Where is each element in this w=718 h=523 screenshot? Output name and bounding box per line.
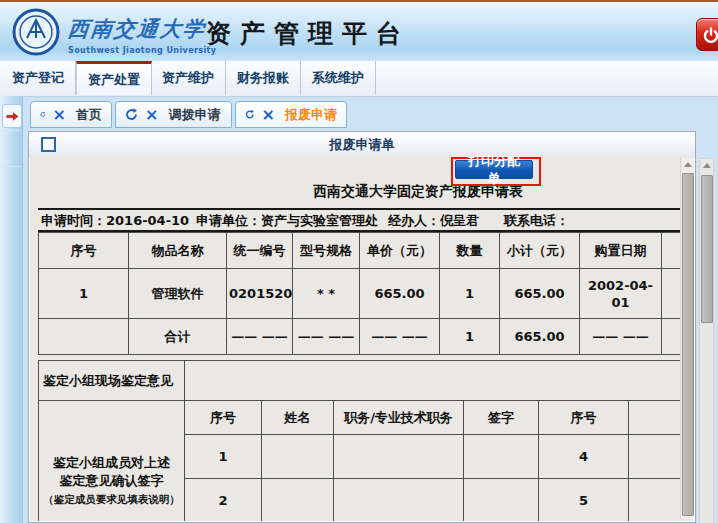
logout-power-button[interactable] xyxy=(696,18,718,51)
outer-vertical-scrollbar[interactable] xyxy=(699,158,714,523)
appraisal-table: 鉴定小组现场鉴定意见 鉴定小组成员对上述 鉴定意见确认签字 （鉴定成员要求见填表… xyxy=(38,360,694,521)
tab-scrap-request[interactable]: 报废申请 xyxy=(235,101,347,128)
sign-confirm-label: 鉴定小组成员对上述 鉴定意见确认签字 （鉴定成员要求见填表说明） xyxy=(39,401,185,522)
scroll-up-icon[interactable] xyxy=(700,159,713,171)
university-name: 西南交通大学 Southwest Jiaotong University xyxy=(68,15,216,55)
strip-divider xyxy=(0,130,21,131)
nav-item-system[interactable]: 系统维护 xyxy=(301,61,376,95)
apply-time-value: 2016-04-10 xyxy=(106,213,189,228)
panel-body: 打印分配单 西南交通大学固定资产报废申请表 申请时间：2016-04-10 申请… xyxy=(30,156,694,521)
inner-scrollbar-thumb[interactable] xyxy=(682,173,694,516)
handler-label: 经办人：倪呈君 xyxy=(388,212,479,230)
close-icon[interactable] xyxy=(145,108,158,121)
panel-header: 报废申请单 xyxy=(29,132,695,157)
nav-item-finance[interactable]: 财务报账 xyxy=(226,61,301,95)
opinion-value xyxy=(185,361,695,401)
scroll-up-icon[interactable] xyxy=(681,158,694,170)
main-nav: 资产登记 资产处置 资产维护 财务报账 系统维护 xyxy=(0,61,718,97)
asset-table-total-row: 合计 —— —— —— —— —— —— 1 665.00 —— —— —— —… xyxy=(39,319,695,355)
form-title: 西南交通大学固定资产报废申请表 xyxy=(38,183,694,205)
strip-divider xyxy=(0,166,21,167)
scrap-request-panel: 报废申请单 打印分配单 西南交通大学固定资产报废申请表 申请时间：2016-04… xyxy=(28,131,696,523)
asset-table: 序号 物品名称 统一编号 型号规格 单价（元） 数量 小计（元） 购置日期 1 … xyxy=(38,232,694,355)
expand-panel-button[interactable] xyxy=(2,104,22,128)
scrap-request-form: 打印分配单 西南交通大学固定资产报废申请表 申请时间：2016-04-10 申请… xyxy=(38,156,694,521)
app-header: 西南交通大学 Southwest Jiaotong University 资产管… xyxy=(0,2,718,60)
apply-unit-label: 申请单位：资产与实验室管理处 xyxy=(196,212,378,230)
close-icon[interactable] xyxy=(262,108,275,121)
print-allocation-button[interactable]: 打印分配单 xyxy=(455,160,533,179)
asset-table-header-row: 序号 物品名称 统一编号 型号规格 单价（元） 数量 小计（元） 购置日期 xyxy=(39,233,695,269)
refresh-icon[interactable] xyxy=(245,108,255,121)
refresh-icon[interactable] xyxy=(125,108,138,121)
apply-time-label: 申请时间：2016-04-10 xyxy=(41,212,189,230)
university-seal xyxy=(12,8,60,56)
university-name-cn: 西南交通大学 xyxy=(67,15,218,43)
inner-vertical-scrollbar[interactable] xyxy=(680,158,694,519)
appraisal-header-row: 鉴定小组成员对上述 鉴定意见确认签字 （鉴定成员要求见填表说明） 序号 姓名 职… xyxy=(39,401,695,435)
form-info-row: 申请时间：2016-04-10 申请单位：资产与实验室管理处 经办人：倪呈君 联… xyxy=(38,208,694,232)
nav-item-asset-disposal[interactable]: 资产处置 xyxy=(76,61,152,95)
opinion-label: 鉴定小组现场鉴定意见 xyxy=(39,361,185,401)
page-title: 资产管理平台 xyxy=(206,17,410,50)
tab-transfer-request[interactable]: 调拨申请 xyxy=(115,101,232,128)
expand-arrow-icon xyxy=(5,110,20,123)
appraisal-opinion-row: 鉴定小组现场鉴定意见 xyxy=(39,361,695,401)
phone-label: 联系电话： xyxy=(504,212,569,230)
outer-scrollbar-thumb[interactable] xyxy=(701,175,713,323)
toolbar-row: 打印分配单 xyxy=(38,156,694,182)
university-name-en: Southwest Jiaotong University xyxy=(68,46,216,55)
close-icon[interactable] xyxy=(53,108,66,121)
power-icon xyxy=(703,27,718,43)
nav-item-asset-register[interactable]: 资产登记 xyxy=(1,61,76,95)
handler-value: 倪呈君 xyxy=(440,213,479,228)
panel-title: 报废申请单 xyxy=(29,136,695,154)
nav-item-asset-maintain[interactable]: 资产维护 xyxy=(151,61,226,95)
asset-table-row: 1 管理软件 0201520D * * 665.00 1 665.00 2002… xyxy=(39,269,695,319)
left-collapse-strip[interactable] xyxy=(0,96,23,523)
apply-unit-value: 资产与实验室管理处 xyxy=(261,213,378,228)
refresh-icon[interactable] xyxy=(40,108,46,121)
tab-home[interactable]: 首页 xyxy=(30,101,112,128)
